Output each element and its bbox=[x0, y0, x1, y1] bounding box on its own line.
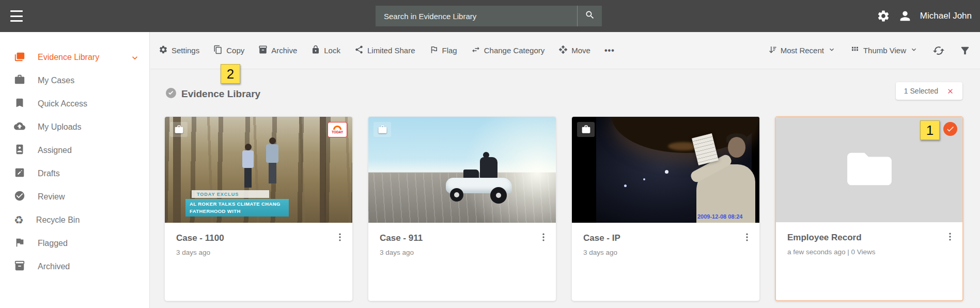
kebab-menu-icon[interactable] bbox=[742, 232, 752, 244]
sidebar: Evidence Library My Cases Quick Access M… bbox=[0, 32, 150, 308]
kebab-menu-icon[interactable] bbox=[335, 232, 345, 244]
sidebar-item-review[interactable]: Review bbox=[0, 185, 149, 208]
card-title[interactable]: Case - 1100 bbox=[176, 233, 342, 243]
menu-icon[interactable] bbox=[10, 10, 23, 22]
sort-dropdown[interactable]: Most Recent bbox=[768, 45, 836, 56]
card-grid: TODAY EXCLUS AL ROKER TALKS CLIMATE CHAN… bbox=[164, 116, 963, 301]
sidebar-item-quick-access[interactable]: Quick Access bbox=[0, 92, 149, 115]
search-button[interactable] bbox=[577, 6, 602, 26]
swap-arrows-icon bbox=[471, 45, 480, 56]
share-icon bbox=[354, 45, 364, 56]
archive-button[interactable]: Archive bbox=[258, 45, 297, 56]
sidebar-item-drafts[interactable]: Drafts bbox=[0, 162, 149, 185]
card-footer: Employee Record a few seconds ago | 0 Vi… bbox=[776, 222, 962, 256]
archive-box-icon bbox=[14, 260, 25, 273]
grid-view-icon bbox=[850, 45, 860, 56]
folder-thumbnail[interactable]: 1 bbox=[776, 117, 962, 222]
sidebar-item-flagged[interactable]: Flagged bbox=[0, 232, 149, 255]
sidebar-item-label: Recycle Bin bbox=[36, 215, 80, 225]
sidebar-item-label: Flagged bbox=[38, 239, 68, 248]
evidence-card-case-ip[interactable]: 2009-12-08 08:24 Case - IP 3 days ago bbox=[571, 116, 760, 301]
video-thumbnail[interactable]: 2009-12-08 08:24 bbox=[572, 117, 759, 223]
lock-label: Lock bbox=[324, 46, 340, 55]
video-thumbnail[interactable] bbox=[368, 117, 556, 223]
sort-label: Most Recent bbox=[781, 46, 824, 55]
card-title[interactable]: Case - IP bbox=[583, 233, 749, 243]
person-figure bbox=[687, 132, 755, 223]
more-actions-button[interactable]: ••• bbox=[604, 46, 615, 55]
kebab-menu-icon[interactable] bbox=[945, 232, 955, 244]
evidence-card-employee-record[interactable]: 1 Employee Record a few seconds ago | 0 … bbox=[775, 116, 963, 301]
user-name[interactable]: Michael John bbox=[920, 11, 972, 21]
sidebar-item-archived[interactable]: Archived bbox=[0, 255, 149, 278]
flag-button[interactable]: Flag bbox=[429, 45, 457, 56]
sidebar-item-label: Assigned bbox=[38, 146, 72, 155]
flag-label: Flag bbox=[442, 46, 457, 55]
view-dropdown[interactable]: Thumb View bbox=[850, 45, 918, 56]
limited-share-label: Limited Share bbox=[367, 46, 415, 55]
tree-trunk bbox=[320, 117, 326, 223]
admin-gears-icon[interactable] bbox=[877, 9, 890, 23]
user-avatar-icon[interactable] bbox=[898, 9, 912, 23]
sidebar-item-label: Quick Access bbox=[38, 99, 87, 109]
sidebar-item-label: Archived bbox=[38, 262, 70, 271]
video-timestamp: 2009-12-08 08:24 bbox=[697, 213, 742, 220]
move-icon bbox=[558, 45, 568, 56]
person-figure bbox=[266, 137, 278, 183]
settings-button[interactable]: Settings bbox=[159, 45, 199, 56]
annotation-step-badge-2: 2 bbox=[221, 64, 240, 84]
sidebar-item-evidence-library[interactable]: Evidence Library bbox=[0, 45, 149, 69]
search-input[interactable] bbox=[376, 6, 577, 26]
filter-icon[interactable] bbox=[959, 45, 971, 56]
flag-icon bbox=[14, 237, 25, 250]
evidence-card-case-1100[interactable]: TODAY EXCLUS AL ROKER TALKS CLIMATE CHAN… bbox=[164, 116, 353, 301]
card-footer: Case - 1100 3 days ago bbox=[165, 223, 352, 256]
lock-icon bbox=[311, 45, 320, 56]
sidebar-item-assigned[interactable]: Assigned bbox=[0, 138, 149, 162]
card-footer: Case - IP 3 days ago bbox=[572, 223, 759, 256]
case-type-badge bbox=[170, 122, 188, 137]
page-title: Evidence Library bbox=[181, 88, 260, 100]
chevron-down-icon[interactable] bbox=[130, 53, 140, 65]
gear-icon bbox=[159, 45, 168, 56]
edit-square-icon bbox=[14, 167, 25, 180]
lock-button[interactable]: Lock bbox=[311, 45, 340, 56]
sunrise-arc bbox=[333, 126, 341, 130]
toolbar-right-group: Most Recent Thumb View bbox=[768, 44, 971, 57]
chevron-down-icon bbox=[910, 45, 918, 55]
card-meta: a few seconds ago | 0 Views bbox=[787, 248, 952, 256]
action-toolbar: Settings Copy Archive Lock Limited Share… bbox=[150, 32, 980, 69]
change-category-button[interactable]: Change Category bbox=[471, 45, 545, 56]
sidebar-item-label: Review bbox=[38, 192, 65, 202]
copy-label: Copy bbox=[226, 46, 244, 55]
top-bar: Michael John bbox=[0, 0, 980, 32]
document-paper bbox=[692, 133, 719, 165]
card-meta: 3 days ago bbox=[380, 249, 546, 256]
sidebar-item-recycle-bin[interactable]: ♻ Recycle Bin bbox=[0, 208, 149, 232]
card-title[interactable]: Employee Record bbox=[787, 233, 952, 243]
archive-icon bbox=[258, 45, 268, 56]
search-icon bbox=[585, 10, 595, 22]
change-category-label: Change Category bbox=[484, 46, 545, 55]
card-title[interactable]: Case - 911 bbox=[380, 233, 546, 243]
evidence-library-icon bbox=[14, 51, 25, 64]
move-button[interactable]: Move bbox=[558, 45, 590, 56]
kebab-menu-icon[interactable] bbox=[538, 232, 549, 244]
video-thumbnail[interactable]: TODAY EXCLUS AL ROKER TALKS CLIMATE CHAN… bbox=[165, 117, 352, 223]
sort-icon bbox=[768, 45, 777, 56]
card-meta: 3 days ago bbox=[176, 249, 342, 256]
video-caption-tag: TODAY EXCLUS bbox=[192, 190, 269, 198]
sidebar-item-my-uploads[interactable]: My Uploads bbox=[0, 115, 149, 138]
night-car-scene: 2009-12-08 08:24 bbox=[596, 117, 752, 223]
copy-button[interactable]: Copy bbox=[213, 45, 244, 56]
evidence-card-case-911[interactable]: Case - 911 3 days ago bbox=[368, 116, 556, 301]
sidebar-item-my-cases[interactable]: My Cases bbox=[0, 69, 149, 92]
video-caption-bar: AL ROKER TALKS CLIMATE CHANG FATHERHOOD … bbox=[185, 199, 289, 217]
case-type-badge bbox=[577, 122, 595, 137]
category-check-icon bbox=[165, 87, 177, 101]
bookmark-icon bbox=[14, 97, 25, 111]
refresh-icon[interactable] bbox=[932, 44, 945, 57]
limited-share-button[interactable]: Limited Share bbox=[354, 45, 415, 56]
selected-check-icon[interactable] bbox=[943, 122, 957, 136]
clear-selection-icon[interactable] bbox=[946, 87, 954, 95]
